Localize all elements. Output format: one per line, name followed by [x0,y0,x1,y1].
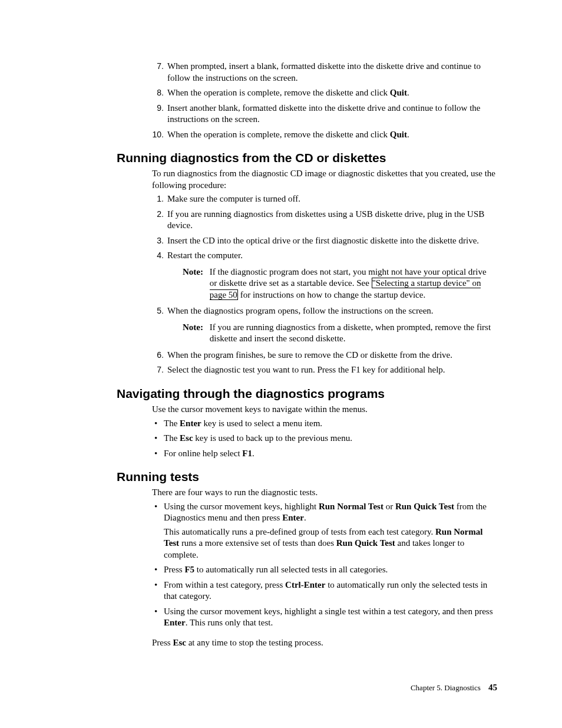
footer-chapter: Chapter 5. Diagnostics [411,683,481,692]
list-item: Using the cursor movement keys, highligh… [152,501,497,561]
heading-running-tests: Running tests [117,469,497,485]
t: . [304,513,306,522]
closing-paragraph: Press Esc at any time to stop the testin… [152,637,497,649]
list-text: When prompted, insert a blank, formatted… [167,61,481,83]
top-ordered-list: 7. When prompted, insert a blank, format… [152,61,497,140]
heading-running-diagnostics: Running diagnostics from the CD or diske… [117,150,497,166]
list-item: Using the cursor movement keys, highligh… [152,606,497,629]
bold: Quit [390,130,407,139]
list-item: 7. When prompted, insert a blank, format… [152,61,497,84]
list-item: For online help select F1. [152,448,497,460]
bold: Run Quick Test [395,502,454,511]
t: key is used to back up to the previous m… [193,433,352,443]
section3-list: Using the cursor movement keys, highligh… [152,501,497,629]
list-text: Select the diagnostic test you want to r… [167,365,445,374]
list-item: The Enter key is used to select a menu i… [152,418,497,430]
t: Using the cursor movement keys, highligh… [164,502,319,511]
list-text: When the diagnostics program opens, foll… [167,306,434,315]
note-block: Note: If the diagnostic program does not… [183,266,497,301]
list-number: 6. [147,350,164,360]
t: The [164,419,180,428]
list-text: When the operation is complete, remove t… [167,88,390,97]
list-number: 5. [147,305,164,316]
bold: F5 [184,565,194,574]
bold: Enter [282,513,304,522]
t: or [384,502,395,511]
list-number: 2. [147,209,164,219]
section2-intro: Use the cursor movement keys to navigate… [152,404,497,416]
note-text: If you are running diagnostics from a di… [210,322,496,345]
list-item: 6.When the program finishes, be sure to … [152,350,497,361]
t: For online help select [164,449,242,458]
list-text: Restart the computer. [167,251,243,260]
t: Press [152,638,173,647]
t: . [252,449,254,458]
bold: Run Normal Test [319,502,384,511]
list-number: 7. [147,61,164,71]
list-number: 1. [147,193,164,204]
list-item: 1.Make sure the computer is turned off. [152,193,497,205]
list-text: . [407,130,409,139]
note-label: Note: [183,266,207,278]
list-item: 5. When the diagnostics program opens, f… [152,305,497,345]
t: Press [164,565,184,574]
t: The [164,433,180,443]
list-item: From within a test category, press Ctrl-… [152,579,497,602]
list-text: If you are running diagnostics from disk… [167,209,484,230]
list-text: When the operation is complete, remove t… [167,130,390,139]
note-block: Note: If you are running diagnostics fro… [183,322,497,345]
list-text: Make sure the computer is turned off. [167,194,300,203]
heading-navigating: Navigating through the diagnostics progr… [117,386,497,401]
section1-list: 1.Make sure the computer is turned off. … [152,193,497,376]
list-number: 7. [147,364,164,375]
list-number: 8. [147,87,164,98]
footer-page-number: 45 [488,683,497,692]
list-text: Insert the CD into the optical drive or … [167,236,479,245]
list-item: 10. When the operation is complete, remo… [152,129,497,141]
list-item: The Esc key is used to back up to the pr… [152,433,497,444]
bold: Enter [180,419,201,428]
note-post: for instructions on how to change the st… [238,290,425,299]
bold: Run Quick Test [336,538,395,548]
bold: Esc [180,433,193,443]
t: to automatically run all selected tests … [194,565,388,574]
sub-paragraph: This automatically runs a pre-defined gr… [164,526,497,561]
t: . This runs only that test. [186,618,273,627]
list-number: 3. [147,235,164,246]
list-item: Press F5 to automatically run all select… [152,564,497,576]
bold: Esc [173,638,186,647]
section3-intro: There are four ways to run the diagnosti… [152,487,497,499]
list-number: 4. [147,250,164,261]
list-text: . [407,88,409,97]
list-number: 10. [147,129,164,140]
list-item: 8. When the operation is complete, remov… [152,87,497,99]
list-item: 3.Insert the CD into the optical drive o… [152,235,497,247]
page-content: 7. When prompted, insert a blank, format… [0,0,562,690]
note-label: Note: [183,322,207,334]
list-number: 9. [147,103,164,113]
section1-intro: To run diagnostics from the diagnostic C… [152,168,497,191]
list-text: Insert another blank, formatted diskette… [167,103,481,124]
t: This automatically runs a pre-defined gr… [164,527,435,536]
section2-list: The Enter key is used to select a menu i… [152,418,497,460]
t: at any time to stop the testing process. [186,638,323,647]
bold: Ctrl-Enter [285,580,325,589]
t: From within a test category, press [164,580,285,589]
note-text: If the diagnostic program does not start… [210,266,496,301]
list-item: 7.Select the diagnostic test you want to… [152,364,497,376]
bold: F1 [242,449,252,458]
t: key is used to select a menu item. [201,419,322,428]
bold: Enter [164,618,186,627]
list-item: 2.If you are running diagnostics from di… [152,209,497,232]
list-item: 9. Insert another blank, formatted diske… [152,103,497,126]
page-footer: Chapter 5. Diagnostics 45 [411,683,497,693]
list-item: 4. Restart the computer. Note: If the di… [152,250,497,301]
bold: Quit [390,88,407,97]
t: runs a more extensive set of tests than … [179,538,336,548]
list-text: When the program finishes, be sure to re… [167,350,452,360]
t: Using the cursor movement keys, highligh… [164,607,493,616]
